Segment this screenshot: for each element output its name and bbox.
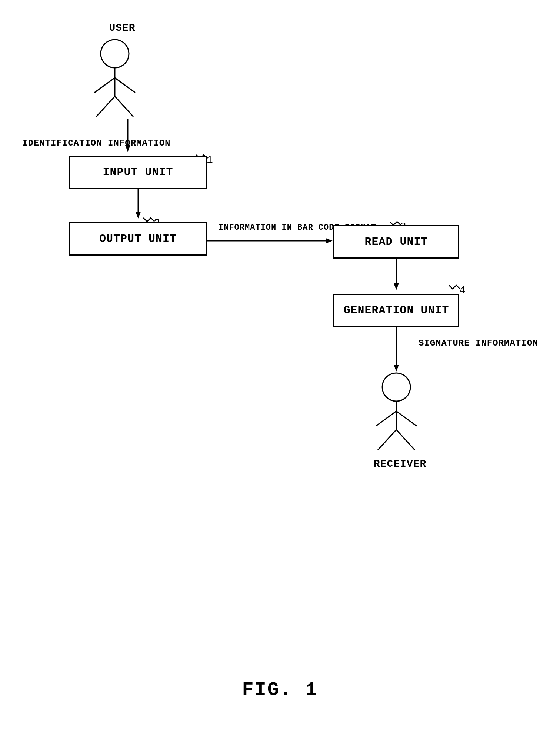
arrow-input-to-output (134, 189, 142, 222)
arrow-gen-to-receiver (393, 327, 400, 375)
signature-information-label: SIGNATURE INFORMATION (419, 337, 538, 350)
read-unit-box: READ UNIT (333, 225, 459, 259)
arrow-user-to-input (124, 119, 131, 156)
generation-unit-box: GENERATION UNIT (333, 294, 459, 327)
svg-line-5 (115, 96, 133, 117)
figure-caption: FIG. 1 (242, 679, 318, 701)
svg-line-3 (115, 78, 135, 93)
input-unit-box: INPUT UNIT (69, 156, 207, 189)
svg-line-19 (396, 411, 417, 426)
arrow-read-to-gen (393, 259, 400, 294)
receiver-figure (367, 370, 426, 452)
svg-marker-13 (394, 283, 399, 290)
user-figure (85, 37, 144, 119)
svg-marker-9 (136, 212, 141, 219)
svg-line-20 (378, 430, 396, 450)
svg-point-0 (101, 40, 129, 68)
svg-point-16 (382, 373, 410, 401)
ref-4: 4 (459, 284, 466, 296)
svg-line-2 (94, 78, 115, 93)
svg-marker-11 (326, 238, 333, 243)
svg-line-4 (96, 96, 115, 117)
arrow-output-to-read (207, 237, 337, 244)
diagram: USER IDENTIFICATION INFORMATION 1 I (0, 0, 560, 749)
identification-information-label: IDENTIFICATION INFORMATION (22, 137, 170, 150)
receiver-label: RECEIVER (370, 457, 430, 471)
ref-1: 1 (207, 154, 213, 166)
svg-line-21 (396, 430, 415, 450)
user-label: USER (100, 21, 144, 35)
svg-marker-7 (125, 145, 130, 152)
svg-line-18 (376, 411, 396, 426)
output-unit-box: OUTPUT UNIT (69, 222, 207, 256)
